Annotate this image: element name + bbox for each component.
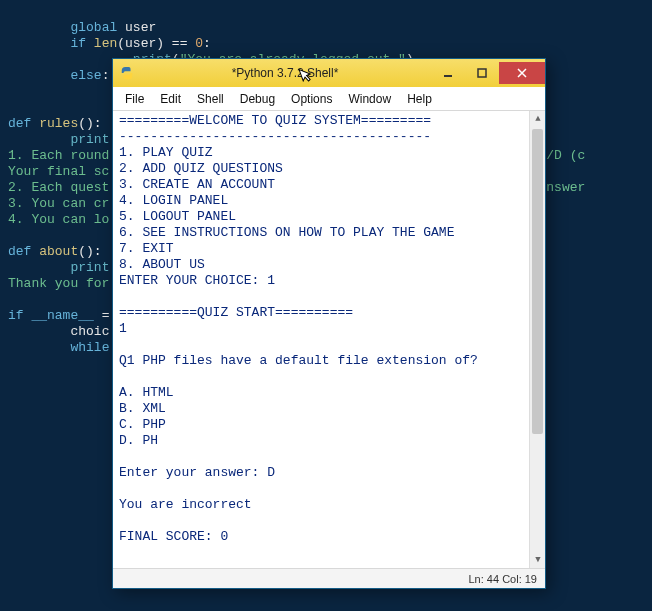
svg-rect-1 — [478, 69, 486, 77]
menu-window[interactable]: Window — [340, 89, 399, 109]
minimize-button[interactable] — [431, 62, 465, 84]
statusbar: Ln: 44 Col: 19 — [113, 568, 545, 588]
menu-debug[interactable]: Debug — [232, 89, 283, 109]
svg-rect-0 — [444, 75, 452, 77]
menu-shell[interactable]: Shell — [189, 89, 232, 109]
menu-edit[interactable]: Edit — [152, 89, 189, 109]
scroll-thumb[interactable] — [532, 129, 543, 434]
shell-output[interactable]: =========WELCOME TO QUIZ SYSTEM=========… — [113, 111, 529, 568]
menu-options[interactable]: Options — [283, 89, 340, 109]
scroll-up-icon[interactable]: ▲ — [530, 111, 545, 127]
shell-body: =========WELCOME TO QUIZ SYSTEM=========… — [113, 111, 545, 568]
python-shell-window: *Python 3.7.2 Shell* File Edit Shell Deb… — [112, 58, 546, 589]
window-title: *Python 3.7.2 Shell* — [139, 66, 431, 80]
status-position: Ln: 44 Col: 19 — [469, 573, 538, 585]
menubar: File Edit Shell Debug Options Window Hel… — [113, 87, 545, 111]
scroll-down-icon[interactable]: ▼ — [530, 552, 545, 568]
maximize-button[interactable] — [465, 62, 499, 84]
menu-help[interactable]: Help — [399, 89, 440, 109]
titlebar[interactable]: *Python 3.7.2 Shell* — [113, 59, 545, 87]
close-button[interactable] — [499, 62, 545, 84]
menu-file[interactable]: File — [117, 89, 152, 109]
vertical-scrollbar[interactable]: ▲ ▼ — [529, 111, 545, 568]
python-icon — [119, 65, 135, 81]
